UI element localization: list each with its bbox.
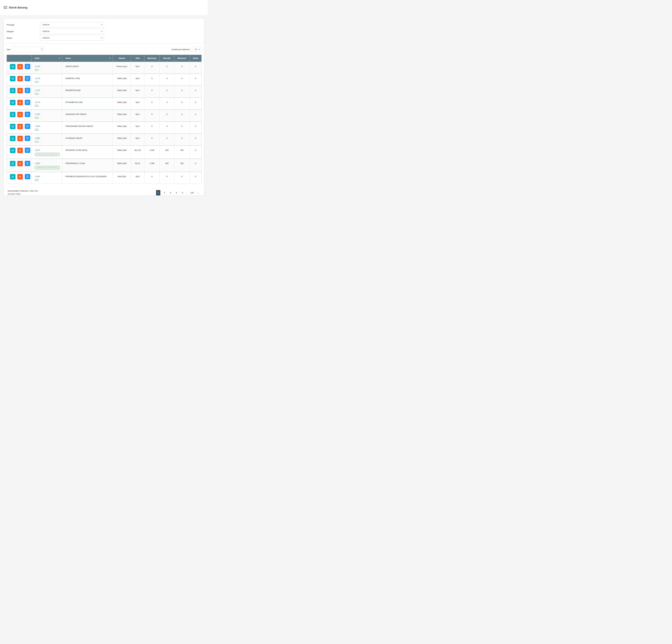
stock-cell: 0 [190, 172, 202, 184]
open-book-icon [3, 6, 7, 9]
hna-cell: Rp.0 [131, 86, 144, 98]
pagination: ←12345…132→ [148, 190, 200, 195]
maximum-cell: 0 [144, 86, 160, 98]
filter-select-kategori[interactable]: - SEMUA - [40, 28, 104, 34]
monitor-button[interactable] [17, 148, 23, 153]
prev-page-button: ← [150, 190, 154, 195]
summary-line1: Menampilkan Halaman 1 dari 132 [8, 189, 38, 192]
stock-card-button[interactable] [25, 136, 30, 141]
view-button[interactable] [10, 136, 15, 141]
view-button[interactable] [10, 76, 15, 81]
pagination-ellipsis: … [186, 190, 188, 195]
hna-cell: Rp.0 [131, 110, 144, 122]
stock-card-button[interactable] [25, 100, 30, 105]
view-button[interactable] [10, 112, 15, 117]
page-button-3[interactable]: 3 [168, 190, 172, 195]
col-hna[interactable]: HNA [131, 55, 144, 62]
nama-cell: ETHAMBUTOL 500 [62, 98, 113, 110]
monitor-button[interactable] [17, 88, 23, 93]
col-maximum[interactable]: Maximum [144, 55, 160, 62]
stock-card-button[interactable] [25, 174, 30, 179]
view-button[interactable] [10, 100, 15, 105]
view-button[interactable] [10, 148, 15, 153]
kode-link[interactable]: 1366F [35, 162, 40, 164]
col-kode[interactable]: Kode [31, 55, 62, 62]
maximum-cell: 1.000 [144, 159, 160, 172]
next-page-button[interactable]: → [196, 190, 200, 195]
filter-select-principal[interactable]: - SEMUA - [40, 22, 104, 27]
stock-card-button[interactable] [25, 124, 30, 129]
stock-card-button[interactable] [25, 147, 30, 153]
hna-cell: Rp.0 [131, 134, 144, 146]
table-row: 1369F PIRAZINAMID 500 MG TABLET Tablet (… [7, 122, 202, 134]
nama-cell: RAMIPRIL 5 MG [62, 74, 113, 86]
kode-link[interactable]: 1370F [35, 113, 40, 115]
monitor-button[interactable] [17, 100, 23, 105]
monitor-button[interactable] [17, 161, 23, 166]
page-button-5[interactable]: 5 [180, 190, 184, 195]
col-satuan[interactable]: Satuan [113, 55, 131, 62]
search-input[interactable] [12, 47, 45, 52]
stock-card-button[interactable] [25, 64, 30, 69]
col-reorder[interactable]: Reorder [160, 55, 174, 62]
per-page-select[interactable]: 10 [192, 47, 201, 52]
view-button[interactable] [10, 64, 15, 69]
page-button-132[interactable]: 132 [190, 190, 194, 195]
monitor-button[interactable] [17, 64, 23, 69]
page-button-1[interactable]: 1 [156, 190, 160, 195]
view-button[interactable] [10, 174, 15, 179]
reorder-cell: 0 [160, 74, 174, 86]
result-summary: Menampilkan Halaman 1 dari 132 (10 dari … [8, 189, 38, 195]
stock-card-button[interactable] [25, 161, 30, 166]
monitor-button[interactable] [17, 124, 23, 129]
stock-card-button[interactable] [25, 76, 30, 81]
stock-cell: 0 [190, 146, 202, 159]
reorder-cell: 0 [160, 172, 174, 184]
sort-updown-icon [109, 57, 111, 59]
satuan-cell: Tablet (tab) [113, 74, 131, 86]
kode-link[interactable]: 1368F [35, 137, 40, 139]
monitor-button[interactable] [17, 174, 23, 179]
view-button[interactable] [10, 88, 15, 93]
kode-link[interactable]: 1374F [35, 65, 40, 68]
page-button-2[interactable]: 2 [163, 190, 166, 195]
col-stock[interactable]: Stock [190, 55, 202, 62]
per-page-label: Jumlah per halaman: [171, 48, 190, 50]
minimum-cell: 0 [174, 98, 190, 110]
monitor-button[interactable] [17, 112, 23, 117]
kode-link[interactable]: 1367F [35, 149, 40, 151]
page-button-4[interactable]: 4 [175, 190, 179, 195]
kode-link[interactable]: 1372F [35, 89, 40, 92]
reorder-cell: 0 [160, 62, 174, 74]
maximum-cell: 1.000 [144, 146, 160, 159]
monitor-button[interactable] [17, 136, 23, 141]
filter-row: Status - SEMUA - [7, 35, 201, 40]
col-actions [7, 55, 31, 62]
monitor-button[interactable] [17, 76, 23, 81]
nama-cell: PIRAZINAMID 500 MG TABLET [62, 122, 113, 134]
stock-cell: 0 [190, 74, 202, 86]
kode-link[interactable]: 1365F [35, 176, 40, 178]
filter-label: kategori [7, 30, 40, 33]
table-row: 1368F CLONIDIN TABLET Tablet (tab) Rp.0 … [7, 134, 202, 146]
status-badge: DIPESAN KE DISTRIBUTOR [35, 153, 60, 156]
maximum-cell: 0 [144, 134, 160, 146]
kode-link[interactable]: 1369F [35, 125, 40, 127]
view-button[interactable] [10, 161, 15, 166]
kode-link[interactable]: 1373F [35, 77, 40, 80]
stock-cell: 0 [190, 98, 202, 110]
view-button[interactable] [10, 124, 15, 129]
nama-cell: PROPANOLOL 10 MG [62, 159, 113, 172]
kode-link[interactable]: 1371F [35, 101, 40, 103]
filter-select-status[interactable]: - SEMUA - [40, 35, 104, 40]
stock-card-button[interactable] [25, 88, 30, 93]
col-minimum[interactable]: Minimum [174, 55, 190, 62]
minimum-cell: 0 [174, 86, 190, 98]
reorder-cell: 0 [160, 122, 174, 134]
stock-card-button[interactable] [25, 112, 30, 117]
col-nama[interactable]: Nama [62, 55, 113, 62]
filter-section: Principal - SEMUA - kategori - SEMUA - [4, 19, 204, 44]
table-row: 1367F DIPESAN KE DISTRIBUTOR NIFEDIPIN 1… [7, 146, 202, 159]
minimum-cell: 0 [174, 62, 190, 74]
maximum-cell: 0 [144, 74, 160, 86]
